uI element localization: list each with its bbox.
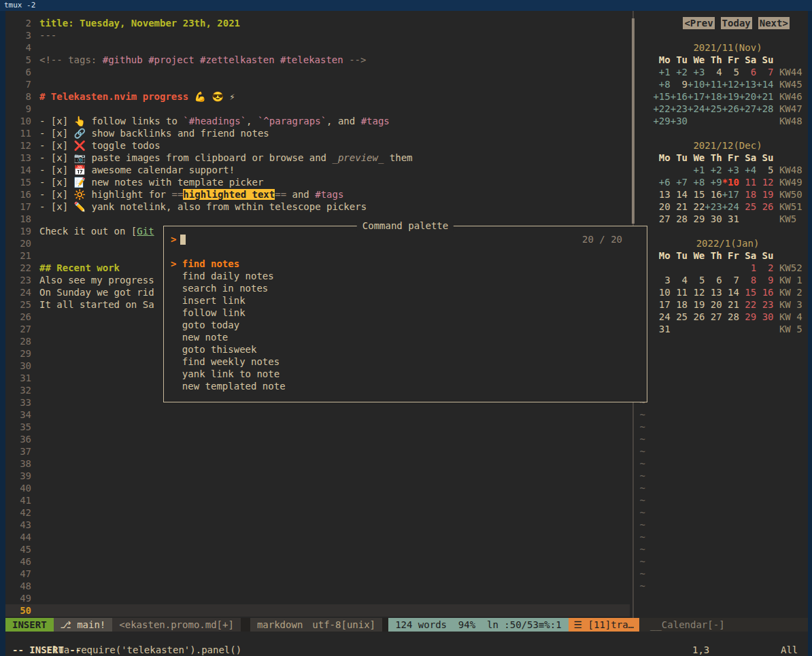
calendar-day[interactable]: +14 xyxy=(756,79,773,90)
calendar-day[interactable]: 13 xyxy=(653,189,670,200)
editor-line[interactable]: 18 xyxy=(5,213,630,225)
calendar-day[interactable]: +20 xyxy=(739,91,756,102)
calendar-day[interactable]: +24 xyxy=(688,103,705,114)
calendar-day[interactable]: 21 xyxy=(671,201,688,212)
calendar-day[interactable]: 11 xyxy=(739,177,756,188)
calendar-day[interactable]: 12 xyxy=(756,177,773,188)
palette-item[interactable]: yank link to note xyxy=(164,368,647,380)
calendar-day[interactable]: +23 xyxy=(705,201,722,212)
calendar-day[interactable]: 25 xyxy=(671,311,688,322)
editor-line[interactable]: 6 xyxy=(5,66,630,78)
calendar-day[interactable]: +3 xyxy=(688,67,705,77)
editor-line[interactable]: 9 xyxy=(5,103,630,115)
editor-line[interactable]: 15- [x] 📝 new notes with template picker xyxy=(5,176,630,188)
calendar-day[interactable]: +28 xyxy=(756,103,773,114)
calendar-day[interactable]: +1 xyxy=(653,67,670,77)
calendar-day[interactable]: 4 xyxy=(671,275,688,286)
calendar-day[interactable]: 26 xyxy=(688,311,705,322)
calendar-day[interactable]: +1 xyxy=(688,165,705,175)
calendar-day[interactable]: 9 xyxy=(756,275,773,286)
calendar-day[interactable]: +3 xyxy=(722,165,739,175)
calendar-day[interactable]: 5 xyxy=(756,165,773,175)
editor-line[interactable]: 49 xyxy=(5,592,630,604)
editor-line[interactable]: 50 xyxy=(5,604,630,617)
editor-line[interactable]: 2title: Tuesday, November 23th, 2021 xyxy=(5,17,630,29)
editor-scrollbar-thumb[interactable] xyxy=(632,18,635,224)
calendar-day[interactable]: 21 xyxy=(722,299,739,310)
calendar-day[interactable]: +6 xyxy=(653,177,670,188)
calendar-day[interactable]: 15 xyxy=(739,287,756,298)
palette-item[interactable]: insert link xyxy=(164,294,647,307)
calendar-day[interactable]: 24 xyxy=(653,311,670,322)
calendar-day[interactable]: +10 xyxy=(688,79,705,90)
editor-line[interactable]: 8# Telekasten.nvim progress 💪 😎 ⚡ xyxy=(5,90,630,103)
calendar-day[interactable]: +21 xyxy=(756,91,773,102)
calendar-day[interactable]: 13 xyxy=(705,287,722,298)
calendar-day[interactable]: 1 xyxy=(739,262,756,273)
editor-line[interactable]: 45 xyxy=(5,543,630,555)
calendar-day[interactable]: 9 xyxy=(671,79,688,90)
calendar-day[interactable]: +8 xyxy=(653,79,670,90)
editor-line[interactable]: 17- [x] ✏️ yank notelink, also from wthi… xyxy=(5,201,630,213)
calendar-day[interactable]: 3 xyxy=(653,275,670,286)
editor-line[interactable]: 10- [x] 👆 follow links to `#headings`, `… xyxy=(5,115,630,127)
palette-item[interactable]: goto today xyxy=(164,319,647,331)
editor-line[interactable]: 42 xyxy=(5,506,630,519)
editor-line[interactable]: 16- [x] 🔆 highlight for ==highlighted te… xyxy=(5,188,630,201)
calendar-day[interactable]: +15 xyxy=(653,91,670,102)
calendar-day[interactable]: 23 xyxy=(756,299,773,310)
editor-line[interactable]: 37 xyxy=(5,445,630,458)
calendar-prev-button[interactable]: <Prev xyxy=(683,17,714,29)
calendar-day[interactable]: +30 xyxy=(671,116,688,126)
editor-line[interactable]: 36 xyxy=(5,433,630,445)
palette-item[interactable]: goto thisweek xyxy=(164,343,647,356)
editor-line[interactable]: 5<!-- tags: #github #project #zettelkast… xyxy=(5,54,630,66)
editor-line[interactable]: 35 xyxy=(5,421,630,433)
palette-item[interactable]: find daily notes xyxy=(164,270,647,282)
calendar-next-button[interactable]: Next> xyxy=(758,17,790,29)
editor-line[interactable]: 39 xyxy=(5,470,630,482)
palette-item[interactable]: new templated note xyxy=(164,380,647,392)
calendar-day[interactable]: 27 xyxy=(653,213,670,224)
palette-item[interactable]: > find notes xyxy=(164,258,647,270)
palette-item[interactable]: find weekly notes xyxy=(164,356,647,368)
calendar-day[interactable]: *10 xyxy=(722,177,739,188)
calendar-day[interactable]: 16 xyxy=(705,189,722,200)
editor-line[interactable]: 34 xyxy=(5,409,630,421)
calendar-day[interactable]: +11 xyxy=(705,79,722,90)
calendar-day[interactable]: 14 xyxy=(722,287,739,298)
calendar-day[interactable]: 28 xyxy=(671,213,688,224)
calendar-day[interactable]: +23 xyxy=(671,103,688,114)
calendar-day[interactable]: 30 xyxy=(756,311,773,322)
calendar-day[interactable]: 22 xyxy=(688,201,705,212)
calendar-day[interactable]: 20 xyxy=(653,201,670,212)
calendar-day[interactable]: 4 xyxy=(705,67,722,77)
calendar-day[interactable]: +16 xyxy=(671,91,688,102)
calendar-day[interactable]: 26 xyxy=(756,201,773,212)
calendar-day[interactable]: 18 xyxy=(671,299,688,310)
calendar-day[interactable]: 2 xyxy=(756,262,773,273)
editor-line[interactable]: 3--- xyxy=(5,29,630,41)
calendar-day[interactable]: 7 xyxy=(722,275,739,286)
calendar-day[interactable]: 29 xyxy=(688,213,705,224)
calendar-day[interactable]: +9 xyxy=(705,177,722,188)
calendar-day[interactable]: +17 xyxy=(688,91,705,102)
palette-item[interactable]: new note xyxy=(164,331,647,343)
calendar-day[interactable]: +4 xyxy=(739,165,756,175)
calendar-day[interactable]: 22 xyxy=(739,299,756,310)
calendar-day[interactable]: 14 xyxy=(671,189,688,200)
calendar-day[interactable]: 5 xyxy=(688,275,705,286)
calendar-day[interactable]: +12 xyxy=(722,79,739,90)
palette-item[interactable]: search in notes xyxy=(164,282,647,294)
calendar-day[interactable]: 10 xyxy=(653,287,670,298)
calendar-day[interactable]: +7 xyxy=(671,177,688,188)
calendar-day[interactable]: 27 xyxy=(705,311,722,322)
calendar-day[interactable]: 8 xyxy=(739,275,756,286)
editor-line[interactable]: 44 xyxy=(5,531,630,543)
calendar-day[interactable]: 16 xyxy=(756,287,773,298)
calendar-day[interactable]: +2 xyxy=(705,165,722,175)
editor-line[interactable]: 48 xyxy=(5,580,630,592)
calendar-day[interactable]: 25 xyxy=(739,201,756,212)
calendar-day[interactable]: 19 xyxy=(756,189,773,200)
calendar-day[interactable]: +2 xyxy=(671,67,688,77)
